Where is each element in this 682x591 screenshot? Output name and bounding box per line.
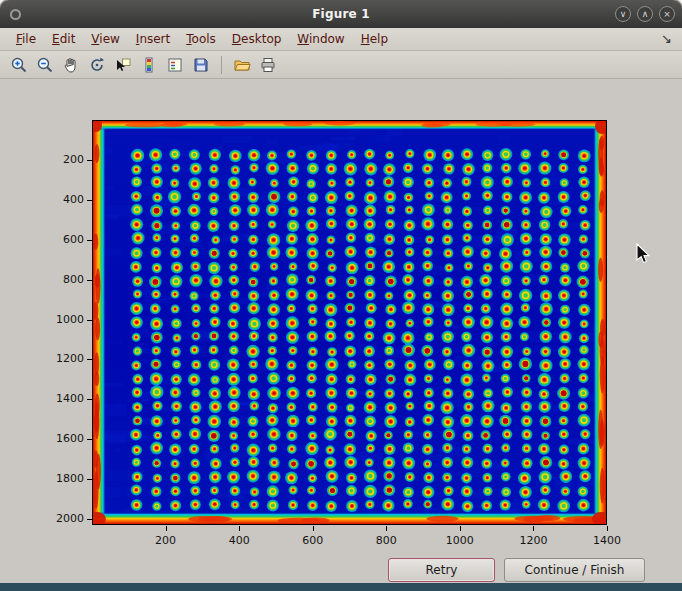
menu-view[interactable]: View xyxy=(83,30,127,48)
x-tick-label: 600 xyxy=(293,534,333,547)
figure-toolbar xyxy=(0,51,682,79)
x-tick-mark xyxy=(386,526,387,531)
menu-desktop[interactable]: Desktop xyxy=(224,30,290,48)
figure-canvas-area: Retry Continue / Finish 2004006008001000… xyxy=(0,79,682,583)
x-tick-label: 1000 xyxy=(440,534,480,547)
toolbar-separator xyxy=(221,56,222,74)
titlebar[interactable]: Figure 1 ∨ ∧ × xyxy=(0,0,682,28)
y-tick-label: 1200 xyxy=(38,352,84,365)
insert-colorbar-button[interactable] xyxy=(137,53,161,76)
x-tick-mark xyxy=(533,526,534,531)
save-figure-button[interactable] xyxy=(189,53,213,76)
menubar: File Edit View Insert Tools Desktop Wind… xyxy=(0,28,682,51)
menu-insert[interactable]: Insert xyxy=(128,30,178,48)
window-title: Figure 1 xyxy=(0,7,682,21)
y-tick-mark xyxy=(87,399,92,400)
pan-hand-icon xyxy=(62,56,80,74)
data-cursor-button[interactable] xyxy=(111,53,135,76)
zoom-out-icon xyxy=(36,56,54,74)
x-tick-mark xyxy=(460,526,461,531)
y-tick-mark xyxy=(87,479,92,480)
y-tick-mark xyxy=(87,200,92,201)
y-tick-label: 800 xyxy=(38,273,84,286)
data-cursor-icon xyxy=(114,56,132,74)
colorbar-icon xyxy=(140,56,158,74)
menu-window[interactable]: Window xyxy=(289,30,352,48)
continue-finish-button[interactable]: Continue / Finish xyxy=(504,558,645,582)
insert-legend-button[interactable] xyxy=(163,53,187,76)
retry-button[interactable]: Retry xyxy=(388,558,495,582)
x-tick-mark xyxy=(313,526,314,531)
y-tick-label: 2000 xyxy=(38,512,84,525)
print-figure-button[interactable] xyxy=(256,53,280,76)
plot-axes[interactable] xyxy=(92,120,607,525)
legend-icon xyxy=(166,56,184,74)
x-tick-label: 200 xyxy=(146,534,186,547)
rotate-3d-icon xyxy=(88,56,106,74)
heatmap-canvas[interactable] xyxy=(93,121,606,524)
dock-figure-arrow-icon[interactable]: ↘ xyxy=(661,31,672,46)
y-tick-mark xyxy=(87,519,92,520)
open-folder-icon xyxy=(233,56,251,74)
y-tick-label: 1400 xyxy=(38,392,84,405)
menu-help[interactable]: Help xyxy=(353,30,396,48)
x-tick-label: 1200 xyxy=(513,534,553,547)
y-tick-mark xyxy=(87,240,92,241)
menu-tools[interactable]: Tools xyxy=(178,30,224,48)
maximize-button[interactable]: ∧ xyxy=(637,6,653,22)
menu-edit[interactable]: Edit xyxy=(44,30,83,48)
zoom-in-icon xyxy=(10,56,28,74)
open-file-button[interactable] xyxy=(230,53,254,76)
window-bottom-border xyxy=(0,583,682,591)
close-button[interactable]: × xyxy=(659,6,675,22)
y-tick-mark xyxy=(87,160,92,161)
printer-icon xyxy=(259,56,277,74)
shade-button[interactable]: ∨ xyxy=(615,6,631,22)
y-tick-label: 1000 xyxy=(38,313,84,326)
rotate-3d-button[interactable] xyxy=(85,53,109,76)
zoom-in-button[interactable] xyxy=(7,53,31,76)
figure-window: Figure 1 ∨ ∧ × File Edit View Insert Too… xyxy=(0,0,682,591)
pan-button[interactable] xyxy=(59,53,83,76)
y-tick-mark xyxy=(87,280,92,281)
zoom-out-button[interactable] xyxy=(33,53,57,76)
x-tick-label: 400 xyxy=(219,534,259,547)
y-tick-mark xyxy=(87,439,92,440)
x-tick-mark xyxy=(239,526,240,531)
y-tick-label: 600 xyxy=(38,233,84,246)
menu-file[interactable]: File xyxy=(8,30,44,48)
y-tick-mark xyxy=(87,320,92,321)
mouse-cursor xyxy=(636,243,650,265)
y-tick-label: 1800 xyxy=(38,472,84,485)
x-tick-label: 800 xyxy=(366,534,406,547)
y-tick-label: 400 xyxy=(38,193,84,206)
x-tick-mark xyxy=(166,526,167,531)
save-icon xyxy=(192,56,210,74)
y-tick-mark xyxy=(87,359,92,360)
x-tick-mark xyxy=(607,526,608,531)
window-controls: ∨ ∧ × xyxy=(615,6,675,22)
y-tick-label: 1600 xyxy=(38,432,84,445)
y-tick-label: 200 xyxy=(38,153,84,166)
x-tick-label: 1400 xyxy=(587,534,627,547)
